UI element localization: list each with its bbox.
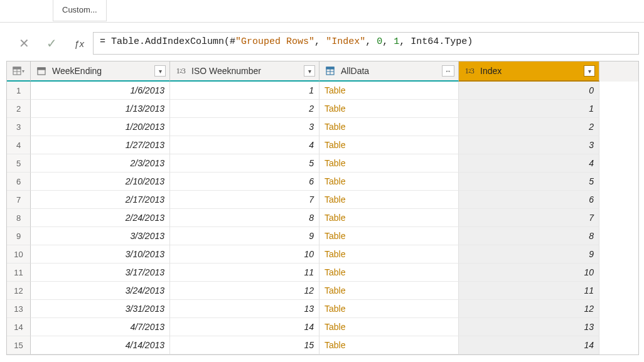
cell-index[interactable]: 7 bbox=[459, 209, 599, 227]
row-number[interactable]: 12 bbox=[7, 282, 31, 300]
column-filter-button[interactable]: ▾ bbox=[584, 65, 595, 77]
table-row[interactable]: 144/7/201314Table13 bbox=[7, 318, 638, 336]
formula-cancel-button[interactable]: ✕ bbox=[10, 32, 38, 55]
cell-index[interactable]: 8 bbox=[459, 227, 599, 245]
cell-alldata-link[interactable]: Table bbox=[319, 336, 459, 354]
expand-column-button[interactable]: ↔ bbox=[442, 65, 454, 77]
table-row[interactable]: 93/3/20139Table8 bbox=[7, 227, 638, 245]
cell-alldata-link[interactable]: Table bbox=[319, 300, 459, 318]
cell-iso-weeknumber[interactable]: 7 bbox=[170, 191, 319, 209]
table-row[interactable]: 113/17/201311Table10 bbox=[7, 264, 638, 282]
row-number[interactable]: 9 bbox=[7, 227, 31, 245]
table-row[interactable]: 103/10/201310Table9 bbox=[7, 245, 638, 264]
row-number[interactable]: 4 bbox=[7, 136, 31, 154]
select-all-corner[interactable]: ▾ bbox=[7, 61, 31, 82]
table-row[interactable]: 123/24/201312Table11 bbox=[7, 282, 638, 300]
row-number[interactable]: 10 bbox=[7, 245, 31, 264]
row-number[interactable]: 1 bbox=[7, 82, 31, 100]
cell-weekending[interactable]: 1/27/2013 bbox=[31, 136, 170, 154]
custom-column-button[interactable]: Custom... bbox=[53, 0, 107, 21]
table-row[interactable]: 154/14/201315Table14 bbox=[7, 336, 638, 354]
cell-weekending[interactable]: 1/6/2013 bbox=[31, 82, 170, 100]
table-row[interactable]: 21/13/20132Table1 bbox=[7, 100, 638, 118]
formula-confirm-button[interactable]: ✓ bbox=[38, 32, 65, 55]
cell-weekending[interactable]: 3/3/2013 bbox=[31, 227, 170, 245]
cell-index[interactable]: 4 bbox=[459, 154, 599, 173]
cell-weekending[interactable]: 3/24/2013 bbox=[31, 282, 170, 300]
cell-alldata-link[interactable]: Table bbox=[319, 318, 459, 336]
table-row[interactable]: 11/6/20131Table0 bbox=[7, 82, 638, 100]
row-number[interactable]: 11 bbox=[7, 264, 31, 282]
cell-alldata-link[interactable]: Table bbox=[319, 282, 459, 300]
cell-index[interactable]: 10 bbox=[459, 264, 599, 282]
cell-weekending[interactable]: 1/13/2013 bbox=[31, 100, 170, 118]
cell-iso-weeknumber[interactable]: 8 bbox=[170, 209, 319, 227]
cell-weekending[interactable]: 2/10/2013 bbox=[31, 173, 170, 191]
cell-weekending[interactable]: 2/17/2013 bbox=[31, 191, 170, 209]
cell-iso-weeknumber[interactable]: 13 bbox=[170, 300, 319, 318]
cell-index[interactable]: 6 bbox=[459, 191, 599, 209]
row-number[interactable]: 5 bbox=[7, 154, 31, 173]
cell-weekending[interactable]: 4/7/2013 bbox=[31, 318, 170, 336]
cell-index[interactable]: 9 bbox=[459, 245, 599, 264]
row-number[interactable]: 7 bbox=[7, 191, 31, 209]
row-number[interactable]: 3 bbox=[7, 118, 31, 136]
cell-alldata-link[interactable]: Table bbox=[319, 100, 459, 118]
column-filter-button[interactable]: ▾ bbox=[154, 65, 166, 77]
cell-alldata-link[interactable]: Table bbox=[319, 209, 459, 227]
row-number[interactable]: 8 bbox=[7, 209, 31, 227]
row-number[interactable]: 13 bbox=[7, 300, 31, 318]
cell-iso-weeknumber[interactable]: 2 bbox=[170, 100, 319, 118]
cell-iso-weeknumber[interactable]: 6 bbox=[170, 173, 319, 191]
cell-weekending[interactable]: 3/17/2013 bbox=[31, 264, 170, 282]
column-header-weekending[interactable]: WeekEnding ▾ bbox=[31, 61, 170, 82]
row-number[interactable]: 6 bbox=[7, 173, 31, 191]
cell-weekending[interactable]: 2/24/2013 bbox=[31, 209, 170, 227]
cell-iso-weeknumber[interactable]: 3 bbox=[170, 118, 319, 136]
cell-alldata-link[interactable]: Table bbox=[319, 264, 459, 282]
cell-index[interactable]: 11 bbox=[459, 282, 599, 300]
column-header-alldata[interactable]: AllData ↔ bbox=[319, 61, 459, 82]
row-number[interactable]: 2 bbox=[7, 100, 31, 118]
cell-iso-weeknumber[interactable]: 9 bbox=[170, 227, 319, 245]
cell-alldata-link[interactable]: Table bbox=[319, 245, 459, 264]
cell-index[interactable]: 13 bbox=[459, 318, 599, 336]
cell-alldata-link[interactable]: Table bbox=[319, 227, 459, 245]
cell-weekending[interactable]: 2/3/2013 bbox=[31, 154, 170, 173]
cell-iso-weeknumber[interactable]: 14 bbox=[170, 318, 319, 336]
cell-iso-weeknumber[interactable]: 12 bbox=[170, 282, 319, 300]
cell-alldata-link[interactable]: Table bbox=[319, 82, 459, 100]
cell-iso-weeknumber[interactable]: 4 bbox=[170, 136, 319, 154]
formula-input[interactable]: = Table.AddIndexColumn(#"Grouped Rows", … bbox=[93, 32, 639, 55]
cell-index[interactable]: 1 bbox=[459, 100, 599, 118]
table-row[interactable]: 72/17/20137Table6 bbox=[7, 191, 638, 209]
cell-weekending[interactable]: 4/14/2013 bbox=[31, 336, 170, 354]
table-row[interactable]: 41/27/20134Table3 bbox=[7, 136, 638, 154]
cell-iso-weeknumber[interactable]: 5 bbox=[170, 154, 319, 173]
cell-index[interactable]: 3 bbox=[459, 136, 599, 154]
cell-weekending[interactable]: 3/31/2013 bbox=[31, 300, 170, 318]
cell-index[interactable]: 14 bbox=[459, 336, 599, 354]
column-filter-button[interactable]: ▾ bbox=[304, 65, 315, 77]
cell-weekending[interactable]: 1/20/2013 bbox=[31, 118, 170, 136]
cell-index[interactable]: 2 bbox=[459, 118, 599, 136]
cell-iso-weeknumber[interactable]: 11 bbox=[170, 264, 319, 282]
cell-alldata-link[interactable]: Table bbox=[319, 173, 459, 191]
cell-iso-weeknumber[interactable]: 1 bbox=[170, 82, 319, 100]
column-header-index[interactable]: 123 Index ▾ bbox=[459, 61, 599, 82]
column-header-iso-weeknumber[interactable]: 123 ISO Weeknumber ▾ bbox=[170, 61, 319, 82]
table-row[interactable]: 31/20/20133Table2 bbox=[7, 118, 638, 136]
row-number[interactable]: 14 bbox=[7, 318, 31, 336]
table-row[interactable]: 82/24/20138Table7 bbox=[7, 209, 638, 227]
cell-index[interactable]: 12 bbox=[459, 300, 599, 318]
cell-alldata-link[interactable]: Table bbox=[319, 191, 459, 209]
table-row[interactable]: 62/10/20136Table5 bbox=[7, 173, 638, 191]
cell-alldata-link[interactable]: Table bbox=[319, 118, 459, 136]
cell-alldata-link[interactable]: Table bbox=[319, 136, 459, 154]
table-row[interactable]: 52/3/20135Table4 bbox=[7, 154, 638, 173]
table-row[interactable]: 133/31/201313Table12 bbox=[7, 300, 638, 318]
cell-weekending[interactable]: 3/10/2013 bbox=[31, 245, 170, 264]
cell-index[interactable]: 5 bbox=[459, 173, 599, 191]
row-number[interactable]: 15 bbox=[7, 336, 31, 354]
cell-alldata-link[interactable]: Table bbox=[319, 154, 459, 173]
